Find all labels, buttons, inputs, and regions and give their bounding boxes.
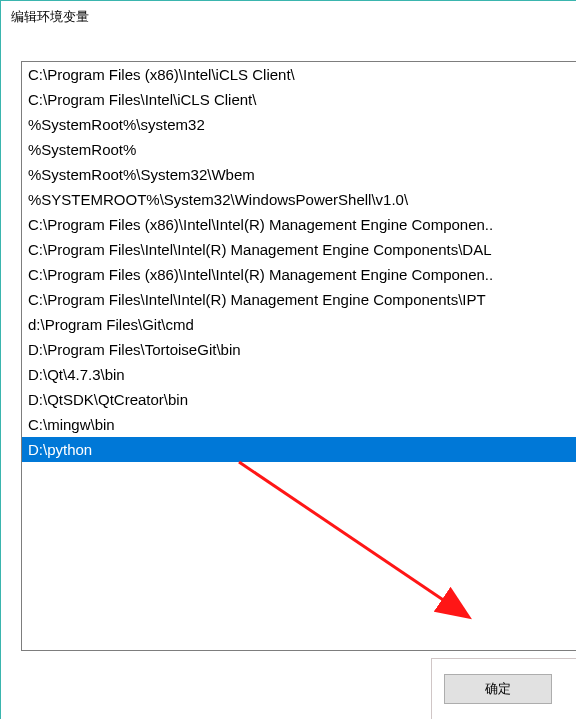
list-item[interactable]: D:\Qt\4.7.3\bin xyxy=(22,362,576,387)
list-item[interactable]: %SYSTEMROOT%\System32\WindowsPowerShell\… xyxy=(22,187,576,212)
list-item[interactable]: C:\Program Files\Intel\Intel(R) Manageme… xyxy=(22,287,576,312)
ok-button[interactable]: 确定 xyxy=(444,674,552,704)
title-bar: 编辑环境变量 xyxy=(1,1,576,33)
path-list-box[interactable]: C:\Program Files (x86)\Intel\iCLS Client… xyxy=(21,61,576,651)
window-frame: 编辑环境变量 C:\Program Files (x86)\Intel\iCLS… xyxy=(0,0,576,719)
list-item[interactable]: C:\Program Files\Intel\Intel(R) Manageme… xyxy=(22,237,576,262)
list-item[interactable]: D:\QtSDK\QtCreator\bin xyxy=(22,387,576,412)
window-title: 编辑环境变量 xyxy=(11,8,89,26)
list-item[interactable]: %SystemRoot%\system32 xyxy=(22,112,576,137)
list-item[interactable]: D:\Program Files\TortoiseGit\bin xyxy=(22,337,576,362)
list-item[interactable]: C:\Program Files (x86)\Intel\Intel(R) Ma… xyxy=(22,262,576,287)
list-item[interactable]: d:\Program Files\Git\cmd xyxy=(22,312,576,337)
button-area: 确定 xyxy=(431,658,576,719)
list-item[interactable]: %SystemRoot%\System32\Wbem xyxy=(22,162,576,187)
content-area: C:\Program Files (x86)\Intel\iCLS Client… xyxy=(21,61,576,719)
list-item[interactable]: %SystemRoot% xyxy=(22,137,576,162)
list-item[interactable]: D:\python xyxy=(22,437,576,462)
list-item[interactable]: C:\Program Files (x86)\Intel\iCLS Client… xyxy=(22,62,576,87)
list-item[interactable]: C:\Program Files\Intel\iCLS Client\ xyxy=(22,87,576,112)
list-item[interactable]: C:\Program Files (x86)\Intel\Intel(R) Ma… xyxy=(22,212,576,237)
list-item[interactable]: C:\mingw\bin xyxy=(22,412,576,437)
